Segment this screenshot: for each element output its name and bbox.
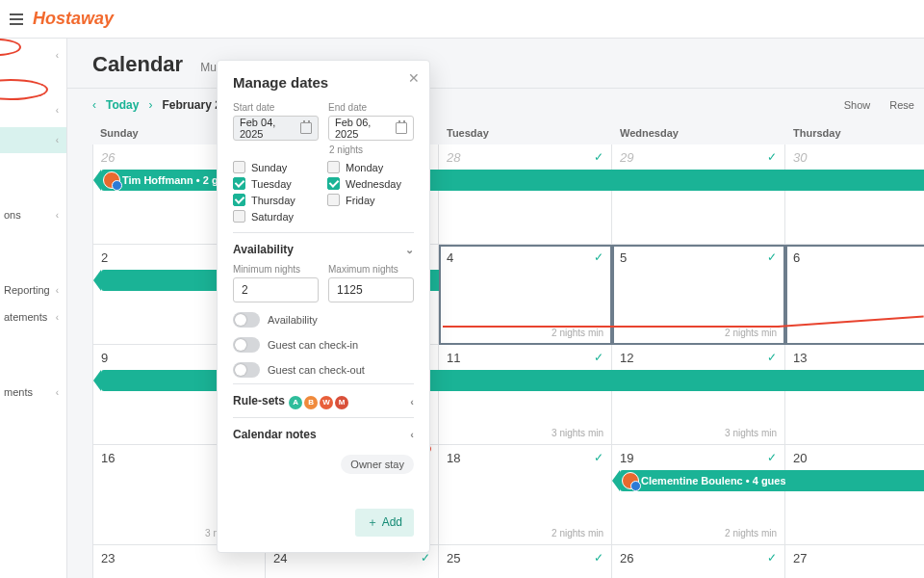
reservation-bar[interactable] — [439, 170, 612, 191]
start-date-label: Start date — [233, 102, 319, 113]
menu-icon[interactable] — [10, 13, 23, 25]
popover-title: Manage dates — [233, 74, 414, 91]
calendar-icon — [300, 122, 312, 134]
reset-button[interactable]: Rese — [889, 99, 914, 111]
day-cell[interactable]: 4✓2 nights min — [439, 245, 612, 345]
day-cell[interactable]: 133 nig — [785, 345, 924, 445]
weekday-checkbox[interactable]: Tuesday — [233, 177, 320, 190]
day-cell[interactable]: 28✓ — [439, 144, 612, 245]
start-date-input[interactable]: Feb 04, 2025 — [233, 116, 319, 141]
weekday-checkbox[interactable]: Friday — [327, 194, 414, 206]
sidebar-item[interactable]: ons‹ — [0, 201, 66, 228]
day-cell[interactable]: 18✓2 nights min — [439, 445, 612, 545]
min-nights-text: 3 nights min — [725, 428, 777, 438]
sidebar: ‹ ‹ ‹ ons‹ Reporting‹ atements‹ ments‹ — [0, 39, 67, 578]
end-date-input[interactable]: Feb 06, 2025 — [328, 116, 414, 141]
reservation-bar[interactable] — [439, 370, 612, 391]
main: Calendar Multi Monthly Yearly ‹ Today › … — [67, 39, 924, 578]
reservation-bar[interactable] — [612, 370, 785, 391]
weekday-checkbox[interactable]: Thursday — [233, 194, 320, 206]
chevron-left-icon: ‹ — [410, 429, 414, 440]
min-nights-text: 2 nights min — [725, 528, 777, 539]
min-nights-input[interactable]: 2 — [233, 277, 319, 302]
close-icon[interactable]: ✕ — [408, 70, 420, 86]
sidebar-item[interactable]: Reporting‹ — [0, 276, 66, 303]
logo: Hostaway — [33, 9, 114, 29]
plus-icon: ＋ — [367, 514, 378, 531]
nights-text: 2 nights — [329, 144, 414, 155]
toggle[interactable] — [233, 362, 260, 378]
check-icon: ✓ — [767, 250, 777, 264]
day-cell[interactable]: 202 nig — [785, 445, 924, 545]
sidebar-item[interactable]: ments‹ — [0, 379, 66, 406]
topbar: Hostaway — [0, 0, 924, 39]
day-cell[interactable]: 62 nig — [785, 245, 924, 345]
min-nights-text: 2 nights min — [552, 528, 603, 539]
sidebar-item[interactable]: ‹ — [0, 42, 66, 68]
day-cell[interactable]: 27 — [785, 545, 924, 578]
show-button[interactable]: Show — [844, 99, 871, 111]
check-icon: ✓ — [767, 351, 777, 364]
reservation-bar[interactable] — [785, 370, 924, 391]
end-date-label: End date — [328, 102, 414, 113]
day-cell[interactable]: 29✓ — [612, 144, 785, 245]
dayname: Wednesday — [612, 121, 785, 144]
reservation-bar[interactable] — [785, 470, 924, 491]
page-title: Calendar — [92, 52, 183, 77]
day-cell[interactable]: 12✓3 nights min — [612, 345, 785, 445]
calendar-icon — [396, 122, 407, 134]
day-cell[interactable]: 30 — [785, 144, 924, 245]
min-nights-text: 3 nights min — [552, 428, 603, 438]
check-icon: ✓ — [594, 150, 603, 164]
max-nights-input[interactable]: 1125 — [328, 277, 414, 302]
ruleset-badge: A — [289, 396, 302, 409]
add-button[interactable]: ＋Add — [355, 509, 414, 537]
check-icon: ✓ — [594, 250, 603, 264]
check-icon: ✓ — [594, 451, 603, 464]
sidebar-item[interactable]: ‹ — [0, 127, 66, 153]
toggle[interactable] — [233, 337, 260, 353]
weekday-checkbox[interactable]: Monday — [327, 161, 414, 173]
check-icon: ✓ — [594, 551, 603, 565]
check-icon: ✓ — [767, 551, 777, 565]
min-nights-text: 2 nights min — [552, 328, 603, 338]
check-icon: ✓ — [421, 551, 430, 565]
check-icon: ✓ — [767, 451, 777, 464]
avatar — [103, 171, 120, 189]
day-cell[interactable]: 26✓ — [612, 545, 785, 578]
dayname: Tuesday — [439, 121, 612, 144]
today-button[interactable]: Today — [106, 98, 139, 112]
prev-icon[interactable]: ‹ — [92, 98, 96, 112]
avatar — [622, 472, 639, 489]
day-cell[interactable]: 11✓3 nights min — [439, 345, 612, 445]
ruleset-badge: B — [304, 396, 318, 409]
chevron-left-icon: ‹ — [410, 396, 414, 407]
weekday-checkbox[interactable]: Sunday — [233, 161, 320, 173]
check-icon: ✓ — [767, 150, 777, 164]
day-cell[interactable]: 5✓2 nights min — [612, 245, 785, 345]
ruleset-badge: W — [320, 396, 333, 409]
ruleset-badge: M — [335, 396, 348, 409]
chevron-down-icon: ⌄ — [405, 244, 414, 256]
sidebar-item[interactable]: atements‹ — [0, 303, 66, 330]
weekday-checkbox[interactable]: Wednesday — [327, 177, 414, 190]
calendar-notes-header[interactable]: Calendar notes‹ — [233, 428, 414, 441]
toggle[interactable] — [233, 312, 260, 328]
rulesets-header[interactable]: Rule-setsABWM ‹ — [233, 394, 414, 409]
weekday-checkbox[interactable]: Saturday — [233, 210, 320, 223]
availability-header[interactable]: Availability⌄ — [233, 243, 414, 256]
dayname: Thursday — [785, 121, 924, 144]
check-icon: ✓ — [594, 351, 603, 364]
owner-stay-chip[interactable]: Owner stay — [341, 455, 414, 474]
reservation-bar[interactable]: Clementine Boulenc • 4 guest... — [620, 470, 785, 491]
next-icon[interactable]: › — [148, 98, 152, 112]
day-cell[interactable]: 19✓2 nights minClementine Boulenc • 4 gu… — [612, 445, 785, 545]
manage-dates-popover: ✕ Manage dates Start date Feb 04, 2025 E… — [217, 60, 430, 553]
day-cell[interactable]: 25✓ — [439, 545, 612, 578]
reservation-bar[interactable] — [785, 170, 924, 191]
reservation-bar[interactable] — [612, 170, 785, 191]
min-nights-text: 2 nights min — [725, 328, 777, 338]
